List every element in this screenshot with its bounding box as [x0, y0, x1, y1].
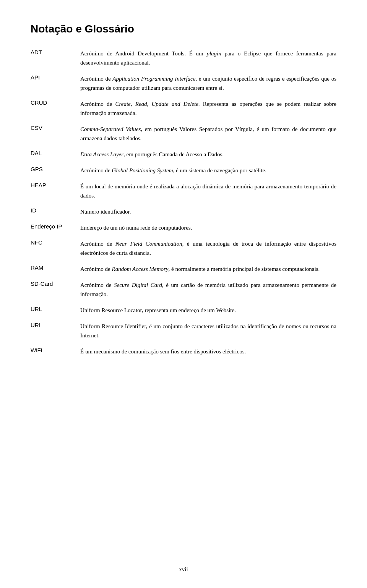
- term-ram: RAM: [31, 264, 80, 271]
- term-dal: DAL: [31, 150, 80, 156]
- term-uri: URI: [31, 322, 80, 328]
- term-heap: HEAP: [31, 182, 80, 188]
- list-item: DAL Data Access Layer, em português Cama…: [31, 150, 336, 159]
- list-item: Endereço IP Endereço de um nó numa rede …: [31, 223, 336, 232]
- list-item: URI Uniform Resource Identifier, é um co…: [31, 322, 336, 340]
- page-title: Notação e Glossário: [31, 23, 336, 35]
- definition-id: Número identificador.: [80, 207, 336, 216]
- definition-nfc: Acrónimo de Near Field Communication, é …: [80, 239, 336, 258]
- definition-url: Uniform Resource Locator, representa um …: [80, 306, 336, 315]
- definition-dal: Data Access Layer, em português Camada d…: [80, 150, 336, 159]
- glossary-list: ADT Acrónimo de Android Development Tool…: [31, 49, 336, 356]
- list-item: SD-Card Acrónimo de Secure Digital Card,…: [31, 280, 336, 299]
- definition-sdcard: Acrónimo de Secure Digital Card, é um ca…: [80, 280, 336, 299]
- definition-heap: É um local de memória onde é realizada a…: [80, 182, 336, 200]
- term-gps: GPS: [31, 166, 80, 172]
- term-adt: ADT: [31, 49, 80, 55]
- term-endereco-ip: Endereço IP: [31, 223, 80, 230]
- list-item: API Acrónimo de Application Programming …: [31, 74, 336, 92]
- list-item: GPS Acrónimo de Global Positioning Syste…: [31, 166, 336, 175]
- page-number: xvii: [179, 566, 188, 572]
- term-id: ID: [31, 207, 80, 214]
- term-crud: CRUD: [31, 99, 80, 106]
- term-nfc: NFC: [31, 239, 80, 246]
- term-csv: CSV: [31, 125, 80, 131]
- term-wifi: WiFi: [31, 347, 80, 353]
- definition-api: Acrónimo de Application Programming Inte…: [80, 74, 336, 92]
- definition-ram: Acrónimo de Random Access Memory, é norm…: [80, 264, 336, 274]
- list-item: CSV Comma-Separated Values, em português…: [31, 125, 336, 143]
- definition-csv: Comma-Separated Values, em português Val…: [80, 125, 336, 143]
- definition-uri: Uniform Resource Identifier, é um conjun…: [80, 322, 336, 340]
- list-item: URL Uniform Resource Locator, representa…: [31, 306, 336, 315]
- page-footer: xvii: [0, 566, 367, 573]
- list-item: ADT Acrónimo de Android Development Tool…: [31, 49, 336, 67]
- list-item: NFC Acrónimo de Near Field Communication…: [31, 239, 336, 258]
- term-api: API: [31, 74, 80, 81]
- list-item: RAM Acrónimo de Random Access Memory, é …: [31, 264, 336, 274]
- definition-crud: Acrónimo de Create, Read, Update and Del…: [80, 99, 336, 118]
- definition-adt: Acrónimo de Android Development Tools. É…: [80, 49, 336, 67]
- list-item: WiFi É um mecanismo de comunicação sem f…: [31, 347, 336, 356]
- list-item: ID Número identificador.: [31, 207, 336, 216]
- definition-endereco-ip: Endereço de um nó numa rede de computado…: [80, 223, 336, 232]
- definition-gps: Acrónimo de Global Positioning System, é…: [80, 166, 336, 175]
- list-item: HEAP É um local de memória onde é realiz…: [31, 182, 336, 200]
- term-url: URL: [31, 306, 80, 312]
- term-sdcard: SD-Card: [31, 280, 80, 287]
- definition-wifi: É um mecanismo de comunicação sem fios e…: [80, 347, 336, 356]
- list-item: CRUD Acrónimo de Create, Read, Update an…: [31, 99, 336, 118]
- page-container: Notação e Glossário ADT Acrónimo de Andr…: [0, 0, 367, 394]
